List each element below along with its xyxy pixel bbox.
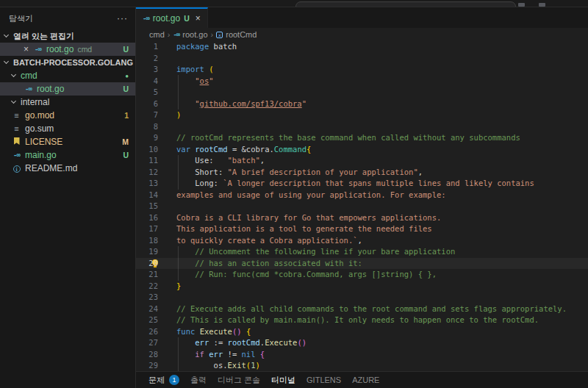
breadcrumb-item-rootcmd[interactable]: rootCmd	[226, 30, 257, 39]
line-number: 14	[136, 190, 158, 201]
tree-folder-internal[interactable]: internal	[0, 96, 135, 109]
close-icon[interactable]: ×	[196, 13, 201, 24]
panel-tab-azure[interactable]: AZURE	[352, 372, 379, 388]
line-number: 1	[136, 41, 158, 53]
code-line[interactable]: 10var rootCmd = &cobra.Command{	[136, 144, 588, 156]
code-token: // Execute adds all child commands to th…	[176, 304, 567, 313]
code-line[interactable]: 21 // Run: func(cmd *cobra.Command, args…	[136, 269, 588, 281]
sidebar-title: 탐색기	[9, 13, 117, 24]
code-line[interactable]: 9// rootCmd represents the base command …	[136, 132, 588, 144]
line-number: 8	[136, 121, 158, 133]
line-number: 23	[136, 292, 158, 303]
code-line[interactable]: 25// This is called by main.main(). It o…	[136, 315, 588, 326]
code-line[interactable]: 24// Execute adds all child commands to …	[136, 303, 588, 315]
code-line[interactable]: 8	[136, 121, 588, 133]
go-module-icon: ≡	[12, 111, 21, 120]
license-icon	[12, 137, 21, 147]
code-line[interactable]: 11 Use: "batch",	[136, 155, 588, 167]
code-token: rootCmd	[228, 338, 260, 347]
panel-tab-terminal[interactable]: 터미널	[271, 372, 295, 388]
workspace-section-header[interactable]: BATCH-PROCESSOR.GOLANG	[0, 56, 135, 69]
code-token: // This is called by main.main(). It onl…	[176, 315, 539, 324]
line-number: 26	[136, 326, 158, 338]
tree-file-go-sum[interactable]: ≡ go.sum	[0, 122, 135, 135]
code-token	[176, 350, 195, 359]
code-line[interactable]: 20 // has an action associated with it:	[136, 258, 588, 270]
code-line[interactable]: 18to quickly create a Cobra application.…	[136, 235, 588, 247]
code-line[interactable]: 1package batch	[136, 41, 588, 53]
panel-tab-problems[interactable]: 문제 1	[148, 372, 179, 388]
code-line[interactable]: 13 Long: `A longer description that span…	[136, 178, 588, 190]
go-file-icon: -∞	[143, 15, 149, 22]
breadcrumb-item-root-go[interactable]: root.go	[182, 30, 207, 39]
breadcrumb-separator: ›	[168, 30, 171, 39]
tree-folder-cmd[interactable]: cmd ●	[0, 69, 135, 82]
code-token: ,	[358, 236, 362, 245]
line-number: 20	[136, 258, 158, 270]
code-line[interactable]: 27 err := rootCmd.Execute()	[136, 337, 588, 349]
title-bar	[0, 0, 588, 7]
tab-git-badge: U	[184, 14, 190, 23]
line-number: 13	[136, 178, 158, 190]
git-status-badge: M	[122, 137, 129, 146]
code-token	[176, 338, 195, 347]
panel-tab-debug-console[interactable]: 디버그 콘솔	[218, 372, 260, 388]
code-line[interactable]: 22}	[136, 281, 588, 292]
code-line[interactable]: 4 "os"	[136, 76, 588, 87]
line-number: 25	[136, 315, 158, 326]
tree-file-readme[interactable]: i README.md	[0, 162, 135, 175]
code-line[interactable]: 7)	[136, 109, 588, 121]
code-line[interactable]: 6 "github.com/spf13/cobra"	[136, 98, 588, 110]
tree-file-main-go[interactable]: -∞ main.go U	[0, 148, 135, 162]
chevron-down-icon	[4, 59, 9, 64]
open-editor-item-root-go[interactable]: × -∞ root.go cmd U	[0, 43, 135, 56]
code-token: )	[256, 361, 260, 370]
command-center-searchbox[interactable]	[295, 1, 516, 7]
code-area[interactable]: 1package batch23import (4 "os"56 "github…	[136, 41, 588, 371]
line-number: 21	[136, 269, 158, 281]
code-token: // Uncomment the following line if your …	[176, 247, 455, 256]
close-icon[interactable]: ×	[24, 46, 29, 53]
code-token: Short:	[176, 168, 228, 176]
panel-toggle-icon[interactable]	[539, 3, 545, 7]
code-token: This application is a tool to generate t…	[176, 224, 432, 233]
code-line[interactable]: 16Cobra is a CLI library for Go that emp…	[136, 212, 588, 224]
code-token: Execute	[200, 327, 232, 336]
panel-tab-output[interactable]: 출력	[190, 372, 207, 388]
code-line[interactable]: 5	[136, 87, 588, 98]
code-line[interactable]: 29 os.Exit(1)	[136, 360, 588, 371]
code-line[interactable]: 17This application is a tool to generate…	[136, 223, 588, 235]
code-line[interactable]: 2	[136, 53, 588, 65]
code-token: if	[195, 350, 204, 359]
code-token: {	[246, 327, 251, 336]
code-token: "batch"	[228, 156, 260, 165]
code-token: os	[200, 76, 209, 85]
code-line[interactable]: 26func Execute() {	[136, 326, 588, 338]
code-token: err	[209, 350, 223, 359]
tree-file-root-go[interactable]: -∞ root.go U	[0, 82, 135, 96]
layout-toggle-icon[interactable]	[518, 3, 525, 7]
code-line[interactable]: 19 // Uncomment the following line if yo…	[136, 246, 588, 258]
code-line[interactable]: 15	[136, 201, 588, 212]
tree-file-go-mod[interactable]: ≡ go.mod 1	[0, 109, 135, 122]
tree-file-license[interactable]: LICENSE M	[0, 135, 135, 148]
code-token: }	[176, 281, 181, 290]
code-line[interactable]: 14examples and usage of using your appli…	[136, 190, 588, 201]
code-token: var	[176, 145, 190, 154]
tab-root-go[interactable]: -∞ root.go U ×	[136, 7, 208, 28]
line-number: 3	[136, 64, 158, 76]
code-line[interactable]: 12 Short: "A brief description of your a…	[136, 167, 588, 179]
code-line[interactable]: 28 if err != nil {	[136, 349, 588, 361]
code-line[interactable]: 3import (	[136, 64, 588, 76]
line-number: 10	[136, 144, 158, 156]
code-token: examples and usage of using your applica…	[176, 190, 446, 199]
more-actions-icon[interactable]: ···	[117, 13, 128, 24]
panel-tab-gitlens[interactable]: GITLENS	[306, 372, 341, 388]
code-line[interactable]: 23	[136, 292, 588, 303]
code-token: (	[209, 65, 213, 73]
code-token: "	[176, 76, 200, 85]
chevron-down-icon	[11, 98, 16, 104]
breadcrumb-item-cmd[interactable]: cmd	[149, 30, 165, 39]
open-editors-section-header[interactable]: 열려 있는 편집기	[0, 29, 135, 43]
code-token: package	[176, 42, 209, 51]
